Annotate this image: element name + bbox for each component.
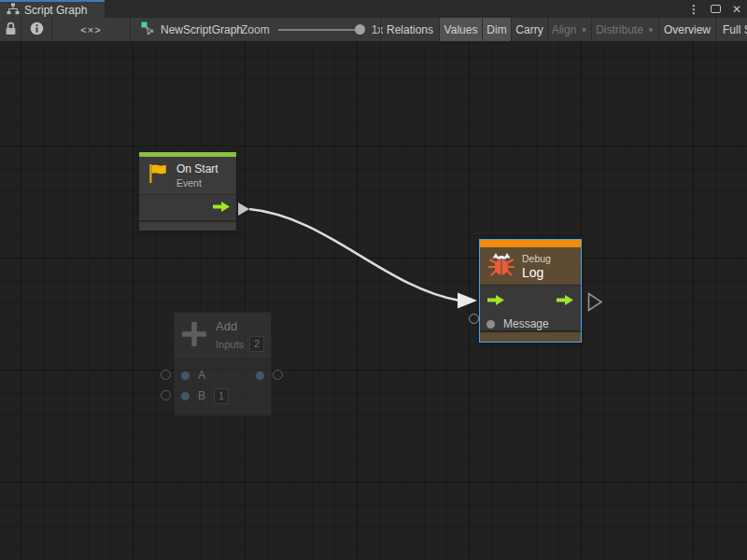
unconnected-value-port-ring[interactable] (161, 370, 171, 380)
message-input-port[interactable] (486, 320, 495, 329)
connection-arrowhead (458, 293, 477, 309)
node-title: Log (522, 265, 551, 280)
bug-icon (487, 250, 515, 282)
tab-label: Script Graph (24, 4, 87, 17)
node-category: Debug (522, 253, 551, 264)
node-ports (139, 194, 236, 220)
flag-icon (146, 161, 170, 189)
node-add-dimmed[interactable]: Add Inputs 2 A B 1 (175, 313, 271, 415)
node-subtitle: Event (176, 177, 218, 189)
node-ports: A B 1 (175, 358, 271, 415)
debug-accent-bar (480, 240, 581, 247)
toolbar-left-group: <×> (0, 18, 131, 41)
node-header: Debug Log (480, 247, 581, 285)
dropdown-arrow-icon: ▼ (580, 26, 587, 35)
zoom-label: Zoom (241, 23, 270, 36)
node-debug-log[interactable]: Debug Log (479, 239, 582, 343)
node-header: Add Inputs 2 (175, 313, 271, 358)
lock-icon (5, 21, 17, 38)
code-preview-button[interactable]: <×> (52, 18, 131, 41)
node-header: On Start Event (139, 157, 236, 194)
value-output-port[interactable] (256, 371, 264, 380)
graph-canvas[interactable]: On Start Event (0, 42, 747, 560)
graph-tree-icon (7, 3, 20, 18)
node-footer (139, 220, 236, 231)
value-input-port-b[interactable] (181, 392, 190, 400)
connection-wire[interactable] (249, 209, 459, 301)
graph-toolbar: <×> NewScriptGraph Zoom 1x Relations (0, 18, 747, 42)
script-graph-window: Script Graph ⋮ ✕ (0, 0, 747, 560)
graph-name-breadcrumb[interactable]: NewScriptGraph (141, 18, 243, 41)
unconnected-value-port-ring[interactable] (273, 370, 283, 380)
toolbar-button-dim[interactable]: Dim (482, 18, 511, 41)
code-icon: <×> (80, 24, 101, 35)
control-output-port[interactable] (556, 293, 574, 310)
value-input-port-a[interactable] (181, 371, 190, 380)
toolbar-button-relations[interactable]: Relations (380, 18, 439, 41)
port-label-b: B (198, 389, 205, 402)
lock-button[interactable] (0, 18, 21, 41)
plus-icon (180, 320, 208, 352)
dropdown-arrow-icon: ▼ (647, 26, 655, 35)
port-label-message: Message (503, 317, 549, 330)
info-button[interactable] (21, 18, 52, 41)
tab-script-graph[interactable]: Script Graph (0, 0, 105, 18)
unconnected-flow-port-triangle[interactable] (587, 292, 603, 315)
node-title: Add (216, 319, 264, 333)
zoom-slider[interactable] (278, 29, 362, 31)
graph-name-label: NewScriptGraph (161, 23, 243, 36)
control-input-port[interactable] (486, 293, 505, 310)
tab-bar: Script Graph ⋮ ✕ (0, 0, 747, 18)
zoom-slider-knob[interactable] (355, 24, 365, 35)
node-ports: Message (480, 285, 581, 330)
node-on-start[interactable]: On Start Event (139, 152, 236, 231)
toolbar-button-carry[interactable]: Carry (511, 18, 547, 41)
wire-layer (0, 42, 747, 560)
unconnected-value-port-ring[interactable] (469, 314, 479, 324)
script-graph-asset-icon (141, 21, 155, 38)
toolbar-button-fullscreen[interactable]: Full Screen (715, 18, 747, 41)
close-icon[interactable]: ✕ (732, 4, 741, 15)
control-output-port[interactable] (212, 200, 231, 217)
toolbar-button-values[interactable]: Values (439, 18, 482, 41)
inputs-count-field[interactable]: 2 (249, 336, 264, 352)
inputs-label: Inputs (216, 339, 244, 350)
unconnected-value-port-ring[interactable] (161, 390, 171, 400)
node-title: On Start (176, 162, 218, 175)
window-menu-icon[interactable]: ⋮ (688, 4, 699, 15)
port-label-a: A (198, 369, 205, 382)
window-controls: ⋮ ✕ (688, 0, 741, 18)
port-b-value-field[interactable]: 1 (214, 388, 229, 404)
connected-output-port[interactable] (238, 203, 249, 216)
info-icon (30, 21, 44, 38)
zoom-control: Zoom 1x (241, 18, 383, 41)
toolbar-button-overview[interactable]: Overview (658, 18, 715, 41)
toolbar-button-distribute: Distribute ▼ (591, 18, 658, 41)
toolbar-button-align: Align ▼ (547, 18, 591, 41)
maximize-icon[interactable] (711, 5, 721, 13)
